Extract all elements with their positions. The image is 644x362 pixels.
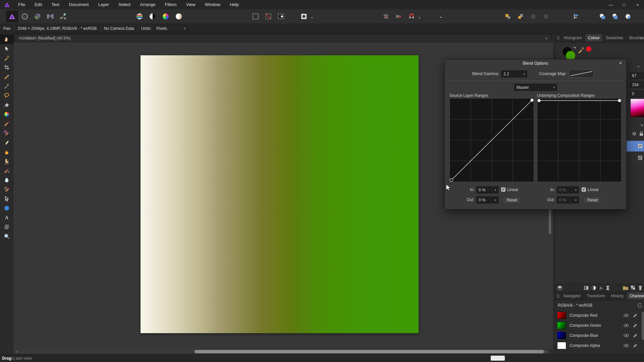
arrange-forward-icon[interactable] xyxy=(502,11,514,22)
paint-brush-tool[interactable] xyxy=(0,119,13,128)
layers-panel-menu-icon[interactable]: ≡ xyxy=(640,123,643,128)
lock-icon[interactable] xyxy=(639,131,644,136)
snapping-caret-icon[interactable]: ▾ xyxy=(419,16,420,19)
pencil-icon[interactable] xyxy=(633,323,638,328)
selection-brush-tool[interactable] xyxy=(0,72,13,81)
channel-selector-dropdown[interactable]: Master▾ xyxy=(514,84,557,91)
curve-node-top-left[interactable] xyxy=(538,99,541,102)
menu-view[interactable]: View xyxy=(181,0,200,9)
document-image[interactable] xyxy=(141,55,419,333)
folder-icon[interactable] xyxy=(622,285,629,291)
export-persona-icon[interactable] xyxy=(57,11,69,22)
maximize-button[interactable]: □ xyxy=(621,2,628,7)
tab-history[interactable]: History xyxy=(609,292,626,300)
burn-brush-tool[interactable] xyxy=(0,147,13,157)
auto-levels-icon[interactable] xyxy=(133,11,146,22)
dialog-close-icon[interactable]: × xyxy=(618,60,624,66)
reset-button[interactable]: Reset xyxy=(502,196,522,204)
in-dropdown[interactable]: 0 %▾ xyxy=(557,186,579,193)
menu-help[interactable]: Help xyxy=(225,0,244,9)
auto-white-balance-icon[interactable] xyxy=(173,11,185,22)
underlying-ranges-graph[interactable] xyxy=(537,98,622,182)
units-dropdown[interactable]: Pixels▾ xyxy=(154,25,187,32)
menu-layer[interactable]: Layer xyxy=(93,0,114,9)
colour-value-3[interactable]: 0 xyxy=(630,90,644,97)
colour-replacement-brush-tool[interactable] xyxy=(0,128,13,138)
panel-menu-icon[interactable]: ≡ xyxy=(640,36,643,41)
mesh-warp-tool[interactable] xyxy=(0,222,13,232)
pixel-grid-icon[interactable] xyxy=(380,11,392,22)
horizontal-scrollbar-thumb[interactable] xyxy=(195,350,544,353)
live-filter-icon[interactable] xyxy=(605,285,611,291)
quick-mask-icon[interactable] xyxy=(298,11,310,22)
channels-scrollbar-thumb[interactable] xyxy=(642,312,644,340)
ellipse-tool[interactable] xyxy=(0,203,13,213)
layer-stack-icon[interactable] xyxy=(556,285,563,291)
linear-checkbox[interactable]: ✓ xyxy=(501,187,505,192)
out-dropdown[interactable]: 0 %▾ xyxy=(476,196,498,203)
panel-grip[interactable] xyxy=(557,36,559,40)
layer-visibility-checkbox[interactable]: ✓ xyxy=(638,144,642,148)
colour-value-2[interactable]: 154 xyxy=(630,81,644,88)
picked-colour-dot[interactable] xyxy=(586,46,591,52)
channel-row-red[interactable]: Composite Red xyxy=(555,310,644,320)
crop-tool[interactable] xyxy=(0,63,13,72)
arrange-backward-icon[interactable] xyxy=(515,11,527,22)
scroll-right-icon[interactable]: ▸ xyxy=(545,350,547,353)
channel-row-blue[interactable]: Composite Blue xyxy=(555,330,644,341)
minimize-button[interactable]: — xyxy=(607,2,614,7)
tab-colour[interactable]: Colour xyxy=(586,34,602,42)
layer-row[interactable]: ✓ xyxy=(626,153,644,163)
menu-arrange[interactable]: Arrange xyxy=(135,0,160,9)
menu-file[interactable]: File xyxy=(13,0,30,9)
mask-icon[interactable] xyxy=(583,285,590,291)
trash-icon[interactable] xyxy=(638,285,644,291)
assistant-icon[interactable] xyxy=(435,11,447,22)
deselect-icon[interactable] xyxy=(262,11,274,22)
photo-persona-icon[interactable] xyxy=(6,11,18,22)
eye-icon[interactable] xyxy=(623,333,629,338)
tab-close-icon[interactable]: × xyxy=(545,36,548,41)
fx-icon[interactable]: fx xyxy=(598,285,605,291)
eye-icon[interactable] xyxy=(623,323,629,328)
menu-window[interactable]: Window xyxy=(200,0,225,9)
reset-button[interactable]: Reset xyxy=(583,196,602,204)
snapping-icon[interactable] xyxy=(406,11,418,22)
text-tool[interactable]: A xyxy=(0,213,13,222)
geometry-intersect-icon[interactable] xyxy=(622,11,634,22)
quick-mask-caret-icon[interactable]: ▾ xyxy=(311,16,313,19)
tab-navigator[interactable]: Navigator xyxy=(561,292,583,300)
tab-channels[interactable]: Channels xyxy=(627,292,644,300)
curve-node-top-right[interactable] xyxy=(618,99,621,102)
menu-filters[interactable]: Filters xyxy=(160,0,181,9)
adjustment-icon[interactable] xyxy=(591,285,597,291)
selection-as-mask-icon[interactable] xyxy=(275,11,287,22)
menu-text[interactable]: Text xyxy=(47,0,64,9)
pixel-tool[interactable] xyxy=(0,138,13,147)
auto-colour-icon[interactable] xyxy=(160,11,172,22)
menu-document[interactable]: Document xyxy=(64,0,93,9)
auto-contrast-icon[interactable] xyxy=(147,11,159,22)
tab-histogram[interactable]: Histogram xyxy=(561,34,584,42)
colour-picker-tool[interactable] xyxy=(0,53,13,63)
gear-icon[interactable] xyxy=(632,131,637,136)
pencil-icon[interactable] xyxy=(633,313,638,318)
geometry-add-icon[interactable] xyxy=(596,11,608,22)
colour-gradient-swatch[interactable] xyxy=(630,99,644,117)
panel-grip[interactable] xyxy=(557,294,559,298)
move-by-whole-pixels-icon[interactable] xyxy=(393,11,405,22)
linear-checkbox[interactable]: ✓ xyxy=(582,187,586,192)
curve-node-bottom-left[interactable] xyxy=(450,179,453,182)
flood-select-tool[interactable] xyxy=(0,81,13,91)
source-ranges-graph[interactable] xyxy=(449,98,534,182)
out-dropdown[interactable]: 0 %▾ xyxy=(557,196,579,203)
layer-visibility-checkbox[interactable]: ✓ xyxy=(638,156,642,160)
tab-swatches[interactable]: Swatches xyxy=(603,34,626,42)
develop-persona-icon[interactable] xyxy=(32,11,44,22)
selection-marquee-icon[interactable] xyxy=(250,11,262,22)
pencil-icon[interactable] xyxy=(633,343,638,348)
eyedropper-icon[interactable] xyxy=(577,46,586,54)
scroll-left-icon[interactable]: ◂ xyxy=(15,350,17,353)
eye-icon[interactable] xyxy=(623,343,629,348)
geometry-subtract-icon[interactable] xyxy=(609,11,621,22)
